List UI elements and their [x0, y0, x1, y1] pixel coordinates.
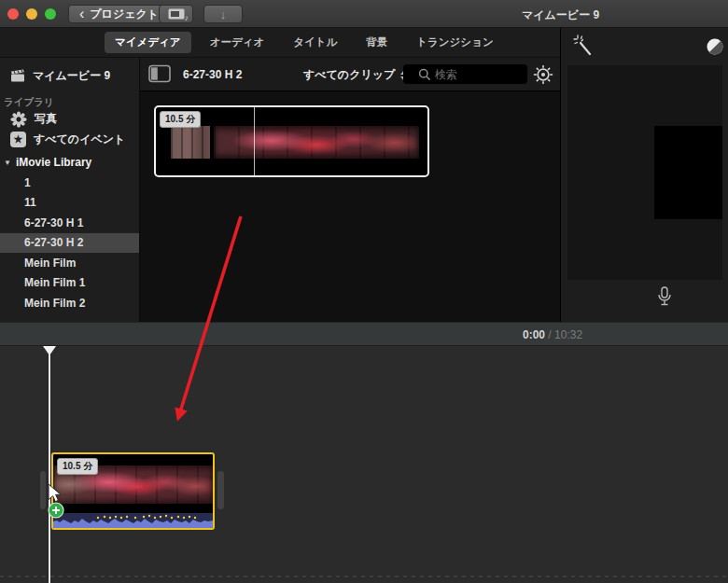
clip-duration-badge: 10.5 分: [160, 111, 201, 128]
clip-edge-handle: [217, 471, 224, 509]
tab-my-media[interactable]: マイメディア: [105, 32, 191, 53]
tab-backgrounds[interactable]: 背景: [356, 32, 398, 53]
zoom-window-button[interactable]: [45, 8, 56, 20]
media-tab-bar: マイメディア オーディオ タイトル 背景 トランジション: [0, 28, 560, 58]
sidebar-all-events-label: すべてのイベント: [34, 132, 125, 147]
waveform-graphic: [53, 513, 213, 528]
sidebar-photos-label: 写真: [35, 111, 57, 127]
timecode-separator: /: [545, 328, 554, 341]
clip-filter-label: すべてのクリップ: [303, 67, 395, 83]
color-adjust-icon[interactable]: [706, 37, 724, 56]
microphone-icon[interactable]: [657, 286, 672, 311]
sidebar-item-photos[interactable]: 写真: [0, 109, 139, 130]
back-chevron-icon: ‹: [79, 7, 84, 21]
close-window-button[interactable]: [7, 8, 19, 20]
library-sidebar: マイムービー 9 ライブラリ 写真 ★ すべてのイベント: [0, 58, 140, 322]
sidebar-project-label: マイムービー 9: [33, 68, 110, 84]
sidebar-item-all-events[interactable]: ★ すべてのイベント: [0, 130, 139, 150]
source-clip-thumbnail[interactable]: 10.5 分: [154, 105, 429, 177]
star-icon: ★: [10, 132, 26, 147]
clip-browser-header: 6-27-30 H 2 すべてのクリップ: [140, 58, 560, 91]
sidebar-item-mein-film-2[interactable]: Mein Film 2: [0, 293, 139, 313]
tab-titles[interactable]: タイトル: [283, 32, 347, 53]
minimize-window-button[interactable]: [26, 8, 37, 20]
search-input[interactable]: [435, 68, 510, 81]
gear-icon[interactable]: [533, 64, 553, 85]
tab-audio[interactable]: オーディオ: [200, 32, 275, 53]
timecode-total: 10:32: [554, 328, 582, 341]
sidebar-item-6-27-30-h-2[interactable]: 6-27-30 H 2: [0, 233, 139, 254]
disclosure-triangle-icon[interactable]: ▼: [4, 159, 11, 167]
imovie-window: ‹ プロジェクト ♪ ↓ マイムービー 9 マイメディア オーディオ タイトル …: [0, 0, 728, 583]
download-button[interactable]: ↓: [203, 5, 243, 23]
clip-browser-body: 10.5 分: [140, 91, 560, 322]
sidebar-item-1[interactable]: 1: [0, 173, 139, 193]
sidebar-section-library: ライブラリ: [0, 96, 139, 109]
clip-edge-handle: [40, 471, 46, 509]
timeline[interactable]: 10.5 分: [0, 346, 728, 583]
music-note-icon: ♪: [185, 13, 189, 22]
sidebar-item-project[interactable]: マイムービー 9: [0, 65, 139, 86]
search-field[interactable]: [403, 64, 527, 84]
download-arrow-icon: ↓: [220, 7, 227, 21]
clip-duration-badge: 10.5 分: [57, 458, 98, 475]
playhead[interactable]: [49, 346, 50, 583]
sidebar-item-6-27-30-h-1[interactable]: 6-27-30 H 1: [0, 213, 139, 233]
back-button-label: プロジェクト: [90, 7, 159, 22]
tab-transitions[interactable]: トランジション: [406, 32, 503, 53]
timecode-display: 0:00 / 10:32: [523, 328, 582, 341]
back-to-projects-button[interactable]: ‹ プロジェクト: [68, 5, 170, 23]
clip-filter-dropdown[interactable]: すべてのクリップ: [303, 67, 408, 83]
timecode-current: 0:00: [523, 328, 545, 341]
filmstrip-icon: [168, 8, 185, 21]
timeline-bottom-guide: [0, 576, 728, 577]
sidebar-library-label: iMovie Library: [16, 156, 91, 169]
sidebar-item-mein-film-1[interactable]: Mein Film 1: [0, 273, 139, 294]
photos-icon: [10, 111, 27, 128]
sidebar-item-11[interactable]: 11: [0, 193, 139, 214]
video-viewer: [567, 65, 722, 280]
skimmer-playhead[interactable]: [254, 107, 255, 175]
event-title: 6-27-30 H 2: [183, 68, 242, 81]
filmstrip-segment: [171, 126, 210, 159]
viewer-frame: [654, 126, 722, 219]
audio-waveform-track: [53, 513, 213, 528]
clip-browser: 6-27-30 H 2 すべてのクリップ: [140, 58, 560, 322]
media-import-button[interactable]: ♪: [159, 5, 193, 23]
window-title: マイムービー 9: [522, 7, 599, 23]
enhance-wand-icon[interactable]: [573, 35, 594, 57]
sidebar-toggle-icon[interactable]: [148, 64, 171, 83]
timeline-clip-selected[interactable]: 10.5 分: [51, 452, 215, 530]
clapperboard-icon: [10, 69, 25, 82]
sidebar-item-imovie-library[interactable]: ▼ iMovie Library: [0, 152, 139, 173]
sidebar-item-mein-film[interactable]: Mein Film: [0, 253, 139, 273]
timeline-toolbar: 0:00 / 10:32: [0, 322, 728, 346]
filmstrip-segment: [214, 126, 419, 159]
playhead-marker-icon[interactable]: [43, 346, 56, 355]
viewer-panel: [560, 28, 728, 322]
search-icon: [418, 68, 431, 81]
title-bar: ‹ プロジェクト ♪ ↓ マイムービー 9: [0, 0, 728, 28]
